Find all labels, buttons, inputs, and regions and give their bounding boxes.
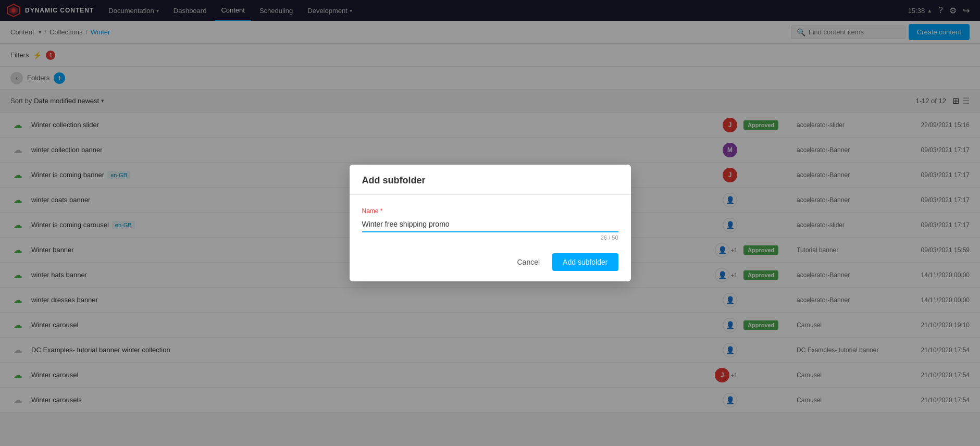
modal-title: Add subfolder <box>362 175 426 185</box>
modal-body: Name * 26 / 50 <box>350 195 631 245</box>
subfolder-name-input[interactable] <box>362 217 618 232</box>
add-subfolder-button[interactable]: Add subfolder <box>552 253 618 271</box>
add-subfolder-modal: Add subfolder Name * 26 / 50 Cancel Add … <box>350 165 631 281</box>
name-label: Name * <box>362 207 618 215</box>
modal-footer: Cancel Add subfolder <box>350 245 631 281</box>
modal-header: Add subfolder <box>350 165 631 195</box>
char-count: 26 / 50 <box>362 234 618 241</box>
cancel-button[interactable]: Cancel <box>511 254 547 270</box>
modal-overlay[interactable]: Add subfolder Name * 26 / 50 Cancel Add … <box>0 0 980 413</box>
